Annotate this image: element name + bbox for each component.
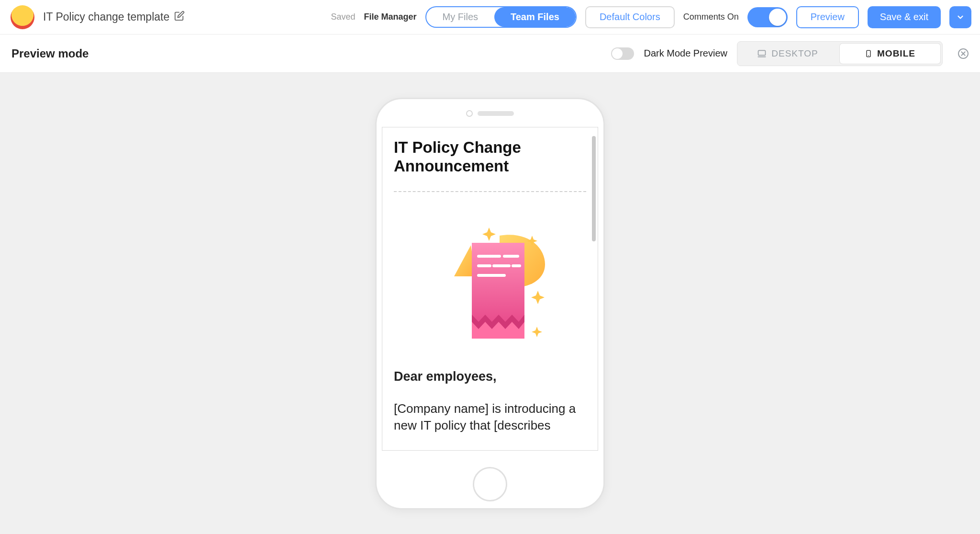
email-title: IT Policy Change Announcement: [394, 138, 586, 176]
preview-mode-heading: Preview mode: [11, 47, 89, 60]
default-colors-button[interactable]: Default Colors: [585, 6, 675, 28]
saved-status: Saved: [331, 12, 355, 22]
email-body: [Company name] is introducing a new IT p…: [394, 400, 586, 434]
comments-toggle[interactable]: [747, 7, 788, 27]
my-files-tab[interactable]: My Files: [426, 7, 494, 27]
save-exit-button[interactable]: Save & exit: [868, 6, 941, 28]
phone-speaker-icon: [478, 111, 514, 116]
mobile-icon: [865, 48, 872, 59]
phone-frame: IT Policy Change Announcement: [375, 98, 605, 510]
chevron-down-icon: [956, 13, 965, 22]
save-options-button[interactable]: [949, 6, 971, 28]
close-preview-button[interactable]: [958, 48, 969, 59]
dark-mode-label: Dark Mode Preview: [644, 48, 727, 59]
mobile-tab[interactable]: MOBILE: [840, 44, 940, 64]
divider: [394, 191, 586, 192]
app-logo[interactable]: [11, 5, 34, 29]
laptop-icon: [757, 49, 767, 58]
team-files-tab[interactable]: Team Files: [494, 7, 576, 27]
files-segmented-control: My Files Team Files: [425, 6, 577, 28]
preview-scrollbar[interactable]: [592, 136, 596, 241]
desktop-tab[interactable]: DESKTOP: [737, 42, 838, 66]
file-manager-link[interactable]: File Manager: [364, 12, 417, 22]
preview-button[interactable]: Preview: [796, 6, 859, 28]
phone-camera-icon: [466, 110, 473, 117]
dark-mode-toggle[interactable]: [611, 47, 634, 60]
document-title: IT Policy change template: [43, 11, 169, 23]
comments-on-label: Comments On: [683, 12, 739, 22]
svg-rect-0: [758, 50, 766, 55]
email-preview-screen[interactable]: IT Policy Change Announcement: [382, 127, 598, 451]
email-greeting: Dear employees,: [394, 369, 586, 384]
edit-title-icon[interactable]: [174, 11, 185, 24]
announcement-illustration: [394, 219, 586, 339]
preview-canvas: IT Policy Change Announcement: [0, 73, 980, 534]
device-segmented-control: DESKTOP MOBILE: [737, 41, 943, 66]
phone-home-button: [473, 467, 507, 501]
